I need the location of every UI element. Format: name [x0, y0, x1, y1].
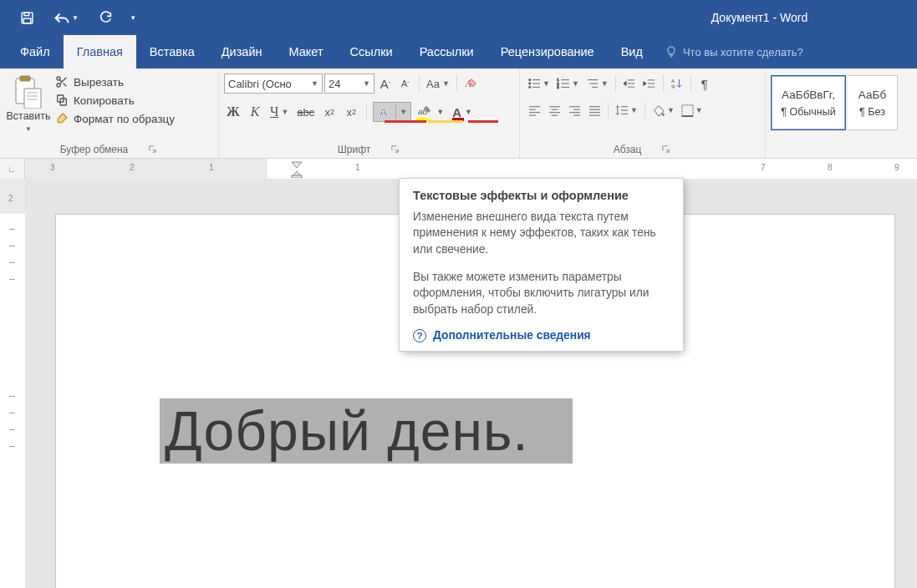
ruler-num: 3 [50, 163, 55, 172]
tab-file[interactable]: Файл [7, 35, 64, 68]
subscript-button[interactable]: x2 [320, 102, 339, 122]
annotation-red-1 [385, 120, 426, 123]
borders-icon [681, 104, 694, 117]
ruler-corner: ∟ [0, 159, 25, 179]
tooltip-p2: Вы также можете изменить параметры оформ… [413, 269, 670, 317]
font-name-combo[interactable]: Calibri (Осно▼ [224, 74, 323, 94]
svg-point-18 [529, 83, 531, 84]
style-nospacing[interactable]: АаБб ¶ Без [848, 75, 898, 130]
paste-label: Вставить [7, 110, 51, 122]
highlight-button[interactable]: ab ▼ [415, 102, 446, 122]
qat-customize-button[interactable]: ▾ [124, 4, 142, 31]
tab-references[interactable]: Ссылки [337, 35, 406, 68]
align-right-icon [568, 105, 581, 116]
line-spacing-button[interactable]: ▼ [613, 100, 640, 120]
shrink-font-button[interactable]: Aˇ [396, 74, 415, 94]
style-sample: АаБбВвГг, [782, 89, 835, 101]
ruler-num: 1 [355, 163, 360, 172]
align-left-icon [528, 105, 541, 116]
justify-icon [588, 105, 601, 116]
increase-indent-button[interactable] [640, 74, 659, 94]
clear-formatting-button[interactable]: A [461, 74, 481, 94]
undo-button[interactable]: ▼ [45, 4, 87, 31]
style-normal[interactable]: АаБбВвГг, ¶ Обычный [771, 75, 846, 130]
quick-access-toolbar: ▼ ▾ [0, 4, 142, 31]
underline-button[interactable]: Ч▼ [267, 102, 291, 122]
horizontal-ruler[interactable]: ∟ 3 2 1 1 7 8 9 [0, 159, 917, 179]
indent-marker[interactable] [291, 161, 303, 178]
separator [419, 75, 420, 92]
separator [615, 75, 616, 92]
copy-button[interactable]: Копировать [52, 92, 178, 109]
align-left-button[interactable] [525, 100, 543, 120]
style-sample: АаБб [858, 89, 886, 101]
tooltip-more-label: Дополнительные сведения [433, 329, 591, 342]
brush-icon [55, 112, 69, 125]
tab-view[interactable]: Вид [608, 35, 656, 68]
save-button[interactable] [12, 4, 42, 31]
paragraph-launcher[interactable] [661, 144, 671, 155]
ruler-num: 1 [209, 163, 214, 172]
svg-rect-1 [23, 13, 28, 16]
borders-button[interactable]: ▼ [679, 100, 706, 120]
shading-button[interactable]: ▼ [650, 100, 677, 120]
superscript-button[interactable]: x2 [342, 102, 360, 122]
decrease-indent-button[interactable] [620, 74, 639, 94]
ribbon-tabs: Файл Главная Вставка Дизайн Макет Ссылки… [0, 35, 917, 68]
font-color-button[interactable]: A ▼ [450, 102, 475, 122]
bullets-button[interactable]: ▼ [525, 74, 553, 94]
tooltip-more-link[interactable]: ? Дополнительные сведения [413, 329, 670, 342]
font-size-combo[interactable]: 24▼ [324, 74, 374, 94]
title-bar: ▼ ▾ Документ1 - Word [0, 0, 917, 35]
align-center-icon [548, 105, 561, 116]
selected-text-block[interactable]: Добрый день. [160, 398, 573, 464]
separator [366, 104, 367, 120]
italic-button[interactable]: К [246, 102, 264, 122]
tooltip-p1: Изменение внешнего вида текста путем при… [413, 209, 670, 257]
align-center-button[interactable] [545, 100, 563, 120]
clipboard-icon [14, 75, 43, 107]
change-case-button[interactable]: Aa▼ [424, 74, 452, 94]
tab-review[interactable]: Рецензирование [487, 35, 608, 68]
ruler-num: 7 [761, 163, 766, 172]
annotation-yellow [428, 120, 463, 123]
svg-point-20 [529, 86, 531, 88]
numbering-button[interactable]: 123▼ [554, 74, 582, 94]
align-right-button[interactable] [565, 100, 583, 120]
clipboard-launcher[interactable] [148, 144, 158, 155]
svg-rect-58 [682, 104, 693, 115]
ribbon: Вставить ▼ Вырезать Копировать Формат по… [0, 68, 917, 159]
svg-point-16 [529, 79, 531, 80]
tooltip-title: Текстовые эффекты и оформление [413, 189, 670, 202]
strikethrough-button[interactable]: abc [294, 102, 317, 122]
outdent-icon [623, 78, 635, 89]
justify-button[interactable] [585, 100, 604, 120]
tab-layout[interactable]: Макет [276, 35, 337, 68]
vertical-ruler[interactable]: 2 [0, 179, 25, 588]
text-effects-button[interactable]: A ▼ [373, 102, 411, 122]
svg-rect-5 [24, 89, 41, 109]
show-marks-button[interactable]: ¶ [695, 74, 714, 94]
tab-design[interactable]: Дизайн [208, 35, 276, 68]
multilevel-button[interactable]: ▼ [583, 74, 611, 94]
grow-font-button[interactable]: Aˆ [376, 74, 395, 94]
ruler-num: 8 [828, 163, 833, 172]
paste-button[interactable]: Вставить ▼ [5, 72, 52, 142]
tab-insert[interactable]: Вставка [136, 35, 208, 68]
format-painter-button[interactable]: Формат по образцу [52, 110, 178, 127]
line-spacing-icon [615, 104, 629, 116]
cut-button[interactable]: Вырезать [52, 74, 178, 90]
ruler-num: 2 [130, 163, 135, 172]
font-launcher[interactable] [390, 144, 400, 155]
tab-home[interactable]: Главная [64, 35, 136, 68]
bold-button[interactable]: Ж [224, 102, 242, 122]
redo-button[interactable] [90, 4, 120, 31]
vruler-num: 2 [8, 194, 13, 203]
style-name: ¶ Без [859, 106, 885, 118]
sort-button[interactable]: AЯ [668, 74, 686, 94]
tell-me-search[interactable]: Что вы хотите сделать? [656, 35, 803, 68]
text-effects-tooltip: Текстовые эффекты и оформление Изменение… [399, 178, 684, 352]
annotation-red-2 [468, 120, 498, 123]
eraser-icon: A [464, 76, 479, 91]
tab-mailings[interactable]: Рассылки [406, 35, 487, 68]
